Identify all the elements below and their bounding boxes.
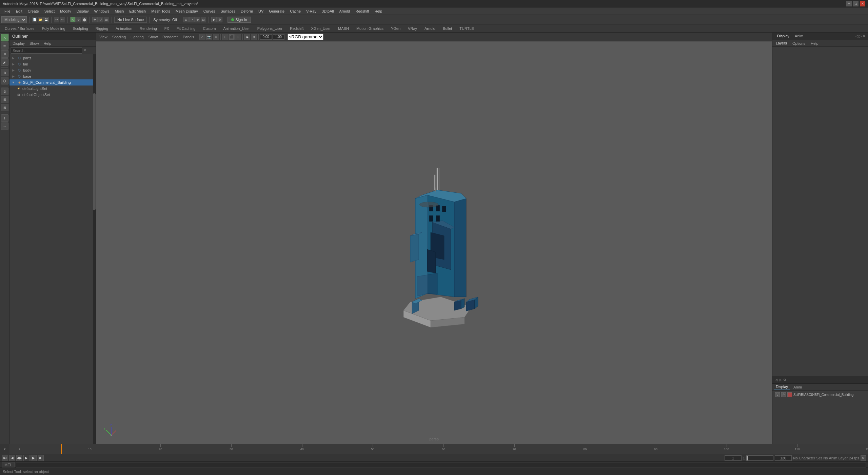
menu-item-deform[interactable]: Deform <box>238 8 255 14</box>
show-menu[interactable]: Show <box>146 34 160 40</box>
shelf-tab-10[interactable]: Polygons_User <box>255 26 285 31</box>
select-tool-btn[interactable]: ↖ <box>1 34 8 41</box>
playhead[interactable] <box>61 444 62 454</box>
menu-item-mesh-display[interactable]: Mesh Display <box>173 8 200 14</box>
layer-playback-btn[interactable]: P <box>781 392 786 397</box>
new-file-btn[interactable]: 📄 <box>32 17 37 22</box>
render-btn[interactable]: ▶ <box>211 17 217 22</box>
outliner-item[interactable]: ☀ defaultLightSet <box>15 86 96 92</box>
fps-settings-btn[interactable]: ⚙ <box>861 455 866 461</box>
smooth-shade-btn[interactable]: ⬛ <box>229 34 235 40</box>
snap-curve-btn[interactable]: 〜 <box>189 17 195 22</box>
shelf-tab-5[interactable]: Rendering <box>137 26 160 31</box>
shelf-tab-3[interactable]: Rigging <box>93 26 111 31</box>
menu-item-mesh-tools[interactable]: Mesh Tools <box>149 8 172 14</box>
timeline-ruler[interactable]: 0102030405060708090100110120 <box>19 444 868 454</box>
shelf-tab-19[interactable]: TURTLE <box>457 26 477 31</box>
display-tab[interactable]: Display <box>775 33 791 39</box>
play-forward-btn[interactable]: ▶ <box>23 455 29 461</box>
menu-item-3dtoall[interactable]: 3DtoAll <box>319 8 336 14</box>
close-button[interactable]: ✕ <box>860 1 865 6</box>
outliner-item[interactable]: ▶ ⬡ base <box>9 73 96 79</box>
paint-tool-btn[interactable]: ✏ <box>1 42 8 50</box>
menu-item-mesh[interactable]: Mesh <box>112 8 126 14</box>
options-tab[interactable]: Options <box>790 41 807 46</box>
shelf-tab-11[interactable]: Redshift <box>287 26 306 31</box>
menu-item-surfaces[interactable]: Surfaces <box>218 8 238 14</box>
vp-light-btn[interactable]: ☀ <box>213 34 219 40</box>
nav-tool-2-btn[interactable]: ⊠ <box>1 104 8 111</box>
shelf-tab-4[interactable]: Animation <box>113 26 135 31</box>
mel-toggle-btn[interactable]: MEL <box>2 462 15 468</box>
lasso-btn[interactable]: ⊹ <box>76 17 81 22</box>
maximize-button[interactable]: □ <box>853 1 859 6</box>
lighting-menu[interactable]: Lighting <box>129 34 146 40</box>
shading-menu[interactable]: Shading <box>110 34 128 40</box>
shelf-tab-14[interactable]: Motion Graphics <box>354 26 386 31</box>
menu-item-v-ray[interactable]: V-Ray <box>304 8 319 14</box>
outliner-menu-display[interactable]: Display <box>11 41 26 46</box>
menu-item-modify[interactable]: Modify <box>58 8 73 14</box>
save-file-btn[interactable]: 💾 <box>43 17 49 22</box>
shelf-tab-9[interactable]: Animation_User <box>220 26 252 31</box>
menu-item-edit[interactable]: Edit <box>14 8 25 14</box>
command-input[interactable] <box>16 462 866 468</box>
current-frame-input[interactable] <box>725 455 742 461</box>
shelf-tab-12[interactable]: XGen_User <box>309 26 333 31</box>
frame-range-thumb[interactable] <box>747 456 748 460</box>
shelf-tab-6[interactable]: FX <box>162 26 172 31</box>
timeline-toggle[interactable]: ▼ <box>3 448 6 451</box>
panels-menu[interactable]: Panels <box>181 34 196 40</box>
snap-grid-btn[interactable]: ⊞ <box>183 17 189 22</box>
shelf-tab-15[interactable]: YGen <box>388 26 403 31</box>
menu-item-select[interactable]: Select <box>42 8 57 14</box>
first-frame-btn[interactable]: ⏮ <box>2 455 8 461</box>
outliner-item[interactable]: ▶ ⬡ body <box>9 67 96 73</box>
minimize-button[interactable]: ─ <box>846 1 852 6</box>
outliner-search-input[interactable] <box>11 48 82 54</box>
render-settings-btn[interactable]: ⚙ <box>217 17 222 22</box>
symmetry-label[interactable]: Symmetry: Off <box>152 18 178 22</box>
layer-color-swatch[interactable] <box>787 392 792 397</box>
layer-collapse-btn[interactable]: ▷ <box>779 378 782 382</box>
channel-box-expand-btn[interactable]: ◁ <box>855 34 858 38</box>
menu-item-redshift[interactable]: Redshift <box>353 8 371 14</box>
scrollbar-thumb[interactable] <box>93 93 96 210</box>
shadow-btn[interactable]: ◉ <box>244 34 250 40</box>
channel-box-collapse-btn[interactable]: ▷ <box>859 34 862 38</box>
menu-item-curves[interactable]: Curves <box>201 8 218 14</box>
vp-camera-btn[interactable]: 📷 <box>206 34 212 40</box>
outliner-item[interactable]: ⊡ defaultObjectSet <box>15 92 96 98</box>
rotate-btn[interactable]: ↺ <box>98 17 103 22</box>
menu-item-cache[interactable]: Cache <box>288 8 303 14</box>
menu-item-uv[interactable]: UV <box>256 8 266 14</box>
create-tool-btn[interactable]: ⊕ <box>1 69 8 76</box>
open-file-btn[interactable]: 📂 <box>38 17 43 22</box>
viewport-3d-content[interactable]: persp X Y Z <box>96 41 772 444</box>
outliner-item[interactable]: ▶ ⬡ tail <box>9 61 96 67</box>
outliner-item-selected[interactable]: ▼ ◈ Sci_Fi_Commercial_Building <box>9 79 96 86</box>
layers-tab[interactable]: Layers <box>774 40 789 46</box>
shelf-tab-2[interactable]: Sculpting <box>70 26 91 31</box>
redo-btn[interactable]: ↪ <box>60 17 65 22</box>
wireframe-btn[interactable]: ⊡ <box>222 34 228 40</box>
anim-tab[interactable]: Anim <box>793 33 805 39</box>
menu-item-windows[interactable]: Windows <box>92 8 112 14</box>
brush-tool-btn[interactable]: 🖌 <box>1 58 8 66</box>
snap-view-btn[interactable]: ⊡ <box>201 17 206 22</box>
last-frame-btn[interactable]: ⏭ <box>38 455 44 461</box>
viewport[interactable]: View Shading Lighting Show Renderer Pane… <box>96 33 772 444</box>
help-tab[interactable]: Help <box>809 41 821 46</box>
renderer-menu[interactable]: Renderer <box>160 34 180 40</box>
shelf-tab-16[interactable]: VRay <box>405 26 420 31</box>
channel-box-close-btn[interactable]: ✕ <box>862 34 865 38</box>
sculpt-tool-btn[interactable]: ⊛ <box>1 50 8 58</box>
menu-item-create[interactable]: Create <box>25 8 41 14</box>
outliner-menu-help[interactable]: Help <box>42 41 53 46</box>
mode-selector[interactable]: Modeling <box>1 16 27 23</box>
brightness-input[interactable] <box>260 34 272 40</box>
next-frame-btn[interactable]: ▶ <box>31 455 37 461</box>
shelf-tab-8[interactable]: Custom <box>200 26 218 31</box>
color-space-selector[interactable]: sRGB gamma <box>288 34 323 40</box>
ao-btn[interactable]: ⊛ <box>251 34 257 40</box>
